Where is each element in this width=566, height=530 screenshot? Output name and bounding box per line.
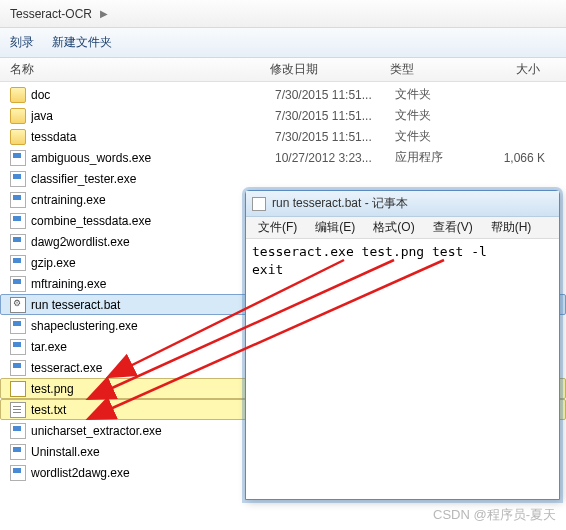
- exe-icon: [10, 192, 26, 208]
- file-name: combine_tessdata.exe: [31, 214, 275, 228]
- exe-icon: [10, 465, 26, 481]
- file-name: tesseract.exe: [31, 361, 275, 375]
- file-name: dawg2wordlist.exe: [31, 235, 275, 249]
- column-name[interactable]: 名称: [0, 61, 270, 78]
- column-date[interactable]: 修改日期: [270, 61, 390, 78]
- folder-icon: [10, 108, 26, 124]
- file-name: unicharset_extractor.exe: [31, 424, 275, 438]
- file-size: 1,066 K: [485, 151, 555, 165]
- exe-icon: [10, 276, 26, 292]
- exe-icon: [10, 234, 26, 250]
- file-name: wordlist2dawg.exe: [31, 466, 275, 480]
- exe-icon: [10, 255, 26, 271]
- txt-icon: [10, 402, 26, 418]
- exe-icon: [10, 339, 26, 355]
- notepad-title: run tesseract.bat - 记事本: [272, 195, 408, 212]
- notepad-icon: [252, 197, 266, 211]
- file-name: gzip.exe: [31, 256, 275, 270]
- file-date: 7/30/2015 11:51...: [275, 88, 395, 102]
- file-name: classifier_tester.exe: [31, 172, 275, 186]
- file-name: Uninstall.exe: [31, 445, 275, 459]
- notepad-window[interactable]: run tesseract.bat - 记事本 文件(F) 编辑(E) 格式(O…: [245, 190, 560, 500]
- file-type: 文件夹: [395, 107, 485, 124]
- toolbar: 刻录 新建文件夹: [0, 28, 566, 58]
- chevron-right-icon: ▶: [100, 8, 108, 19]
- menu-format[interactable]: 格式(O): [365, 217, 422, 238]
- file-date: 7/30/2015 11:51...: [275, 109, 395, 123]
- file-name: test.png: [31, 382, 275, 396]
- bat-icon: [10, 297, 26, 313]
- columns-header: 名称 修改日期 类型 大小: [0, 58, 566, 82]
- exe-icon: [10, 318, 26, 334]
- file-row[interactable]: tessdata7/30/2015 11:51...文件夹: [0, 126, 566, 147]
- folder-icon: [10, 129, 26, 145]
- breadcrumb[interactable]: Tesseract-OCR ▶: [0, 0, 566, 28]
- breadcrumb-item[interactable]: Tesseract-OCR: [6, 5, 96, 23]
- notepad-menubar: 文件(F) 编辑(E) 格式(O) 查看(V) 帮助(H): [246, 217, 559, 239]
- notepad-titlebar[interactable]: run tesseract.bat - 记事本: [246, 191, 559, 217]
- file-name: tar.exe: [31, 340, 275, 354]
- file-name: shapeclustering.exe: [31, 319, 275, 333]
- file-row[interactable]: classifier_tester.exe: [0, 168, 566, 189]
- file-row[interactable]: doc7/30/2015 11:51...文件夹: [0, 84, 566, 105]
- menu-view[interactable]: 查看(V): [425, 217, 481, 238]
- menu-edit[interactable]: 编辑(E): [307, 217, 363, 238]
- exe-icon: [10, 360, 26, 376]
- column-type[interactable]: 类型: [390, 61, 480, 78]
- file-name: tessdata: [31, 130, 275, 144]
- file-name: mftraining.exe: [31, 277, 275, 291]
- toolbar-burn[interactable]: 刻录: [10, 34, 34, 51]
- notepad-content[interactable]: tesseract.exe test.png test -l exit: [246, 239, 559, 283]
- file-row[interactable]: java7/30/2015 11:51...文件夹: [0, 105, 566, 126]
- png-icon: [10, 381, 26, 397]
- folder-icon: [10, 87, 26, 103]
- file-name: run tesseract.bat: [31, 298, 275, 312]
- exe-icon: [10, 171, 26, 187]
- file-name: doc: [31, 88, 275, 102]
- exe-icon: [10, 423, 26, 439]
- watermark: CSDN @程序员-夏天: [433, 506, 556, 524]
- file-name: test.txt: [31, 403, 275, 417]
- file-date: 10/27/2012 3:23...: [275, 151, 395, 165]
- file-type: 应用程序: [395, 149, 485, 166]
- menu-file[interactable]: 文件(F): [250, 217, 305, 238]
- exe-icon: [10, 444, 26, 460]
- exe-icon: [10, 150, 26, 166]
- exe-icon: [10, 213, 26, 229]
- toolbar-new-folder[interactable]: 新建文件夹: [52, 34, 112, 51]
- menu-help[interactable]: 帮助(H): [483, 217, 540, 238]
- file-row[interactable]: ambiguous_words.exe10/27/2012 3:23...应用程…: [0, 147, 566, 168]
- file-type: 文件夹: [395, 128, 485, 145]
- file-date: 7/30/2015 11:51...: [275, 130, 395, 144]
- file-type: 文件夹: [395, 86, 485, 103]
- column-size[interactable]: 大小: [480, 61, 550, 78]
- file-name: ambiguous_words.exe: [31, 151, 275, 165]
- file-name: cntraining.exe: [31, 193, 275, 207]
- file-name: java: [31, 109, 275, 123]
